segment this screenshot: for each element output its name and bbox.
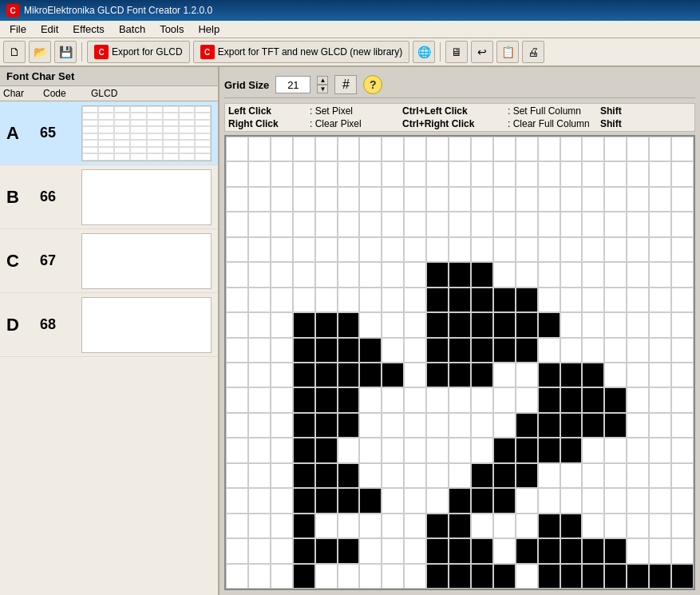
pixel-cell[interactable] xyxy=(271,488,293,513)
pixel-cell[interactable] xyxy=(560,564,583,589)
pixel-cell[interactable] xyxy=(582,538,604,563)
pixel-cell[interactable] xyxy=(560,438,583,462)
pixel-cell[interactable] xyxy=(226,312,248,337)
pixel-cell[interactable] xyxy=(382,262,404,287)
pixel-cell[interactable] xyxy=(293,438,315,462)
pixel-cell[interactable] xyxy=(671,488,694,513)
pixel-cell[interactable] xyxy=(271,161,293,186)
pixel-cell[interactable] xyxy=(516,137,538,161)
pixel-cell[interactable] xyxy=(649,488,671,513)
pixel-cell[interactable] xyxy=(560,212,583,236)
pixel-cell[interactable] xyxy=(560,538,583,563)
pixel-cell[interactable] xyxy=(449,338,471,363)
pixel-cell[interactable] xyxy=(293,564,315,589)
pixel-cell[interactable] xyxy=(582,363,604,387)
pixel-cell[interactable] xyxy=(604,463,627,488)
pixel-cell[interactable] xyxy=(226,488,248,513)
pixel-cell[interactable] xyxy=(359,338,382,363)
pixel-cell[interactable] xyxy=(471,564,493,589)
pixel-cell[interactable] xyxy=(338,212,360,236)
pixel-cell[interactable] xyxy=(649,463,671,488)
pixel-cell[interactable] xyxy=(671,312,694,337)
pixel-cell[interactable] xyxy=(315,514,338,538)
spin-up-button[interactable]: ▲ xyxy=(317,76,328,85)
pixel-cell[interactable] xyxy=(604,514,627,538)
save-button[interactable]: 💾 xyxy=(54,41,77,63)
pixel-cell[interactable] xyxy=(449,463,471,488)
pixel-cell[interactable] xyxy=(404,564,426,589)
pixel-cell[interactable] xyxy=(449,137,471,161)
pixel-cell[interactable] xyxy=(627,514,649,538)
pixel-cell[interactable] xyxy=(338,413,360,438)
pixel-cell[interactable] xyxy=(449,237,471,262)
pixel-cell[interactable] xyxy=(471,488,493,513)
pixel-cell[interactable] xyxy=(582,488,604,513)
pixel-cell[interactable] xyxy=(671,438,694,462)
new-button[interactable]: 🗋 xyxy=(3,41,26,63)
pixel-cell[interactable] xyxy=(293,363,315,387)
pixel-cell[interactable] xyxy=(582,564,604,589)
pixel-cell[interactable] xyxy=(604,262,627,287)
pixel-cell[interactable] xyxy=(293,288,315,312)
pixel-cell[interactable] xyxy=(382,538,404,563)
pixel-cell[interactable] xyxy=(293,212,315,236)
pixel-cell[interactable] xyxy=(516,161,538,186)
pixel-cell[interactable] xyxy=(516,312,538,337)
pixel-cell[interactable] xyxy=(248,564,271,589)
pixel-cell[interactable] xyxy=(449,187,471,212)
pixel-cell[interactable] xyxy=(338,514,360,538)
pixel-cell[interactable] xyxy=(560,312,583,337)
pixel-cell[interactable] xyxy=(338,538,360,563)
pixel-cell[interactable] xyxy=(649,262,671,287)
pixel-cell[interactable] xyxy=(426,237,449,262)
pixel-cell[interactable] xyxy=(649,387,671,412)
pixel-cell[interactable] xyxy=(493,137,516,161)
pixel-cell[interactable] xyxy=(560,137,583,161)
pixel-cell[interactable] xyxy=(248,488,271,513)
pixel-cell[interactable] xyxy=(471,237,493,262)
pixel-cell[interactable] xyxy=(248,312,271,337)
pixel-cell[interactable] xyxy=(359,538,382,563)
pixel-cell[interactable] xyxy=(627,237,649,262)
pixel-cell[interactable] xyxy=(271,288,293,312)
pixel-cell[interactable] xyxy=(671,237,694,262)
pixel-cell[interactable] xyxy=(315,538,338,563)
pixel-cell[interactable] xyxy=(426,161,449,186)
pixel-cell[interactable] xyxy=(604,438,627,462)
pixel-cell[interactable] xyxy=(671,387,694,412)
pixel-cell[interactable] xyxy=(359,312,382,337)
pixel-cell[interactable] xyxy=(359,438,382,462)
pixel-cell[interactable] xyxy=(538,137,560,161)
pixel-cell[interactable] xyxy=(426,363,449,387)
pixel-cell[interactable] xyxy=(560,463,583,488)
pixel-cell[interactable] xyxy=(315,288,338,312)
pixel-cell[interactable] xyxy=(604,387,627,412)
pixel-cell[interactable] xyxy=(538,438,560,462)
pixel-cell[interactable] xyxy=(538,514,560,538)
pixel-cell[interactable] xyxy=(359,237,382,262)
pixel-cell[interactable] xyxy=(582,463,604,488)
pixel-cell[interactable] xyxy=(627,137,649,161)
export-glcd-button[interactable]: C Export for GLCD xyxy=(87,41,190,63)
pixel-cell[interactable] xyxy=(248,463,271,488)
pixel-cell[interactable] xyxy=(604,161,627,186)
pixel-cell[interactable] xyxy=(315,413,338,438)
pixel-cell[interactable] xyxy=(338,338,360,363)
pixel-cell[interactable] xyxy=(271,438,293,462)
pixel-cell[interactable] xyxy=(271,237,293,262)
pixel-cell[interactable] xyxy=(359,363,382,387)
pixel-cell[interactable] xyxy=(248,514,271,538)
pixel-cell[interactable] xyxy=(315,212,338,236)
pixel-cell[interactable] xyxy=(627,564,649,589)
pixel-cell[interactable] xyxy=(404,413,426,438)
pixel-cell[interactable] xyxy=(271,312,293,337)
pixel-cell[interactable] xyxy=(226,463,248,488)
pixel-cell[interactable] xyxy=(627,212,649,236)
pixel-cell[interactable] xyxy=(359,137,382,161)
pixel-cell[interactable] xyxy=(449,387,471,412)
pixel-cell[interactable] xyxy=(493,312,516,337)
pixel-cell[interactable] xyxy=(271,463,293,488)
pixel-cell[interactable] xyxy=(226,564,248,589)
pixel-cell[interactable] xyxy=(471,137,493,161)
pixel-cell[interactable] xyxy=(226,387,248,412)
